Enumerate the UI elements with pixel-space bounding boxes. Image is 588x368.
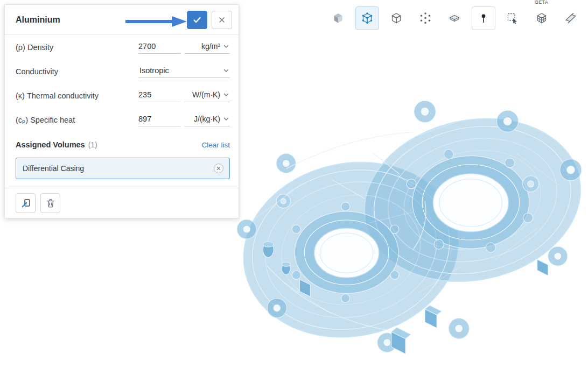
probe-point-icon bbox=[477, 12, 490, 25]
mesh-cube-button[interactable] bbox=[355, 6, 379, 30]
vertices-cube-button[interactable] bbox=[414, 6, 437, 30]
assigned-volumes-label: Assigned Volumes bbox=[16, 140, 85, 149]
chevron-down-icon bbox=[223, 45, 229, 48]
conductivity-select[interactable]: Isotropic bbox=[138, 65, 230, 78]
wireframe-cube-icon bbox=[390, 12, 403, 25]
probe-point-button[interactable] bbox=[472, 6, 495, 30]
specific-heat-unit-value: J/(kg·K) bbox=[194, 115, 220, 123]
assigned-volume-name: Differential Casing bbox=[23, 164, 84, 173]
panel-header: Aluminium bbox=[5, 5, 239, 35]
density-row: (ρ) Density kg/m³ bbox=[5, 35, 239, 59]
assign-selection-button[interactable] bbox=[16, 193, 36, 213]
thermal-conductivity-unit-select[interactable]: W/(m·K) bbox=[185, 89, 230, 102]
assigned-volumes-header: Assigned Volumes (1) Clear list bbox=[5, 132, 239, 152]
section-slice-button[interactable] bbox=[559, 6, 583, 30]
vertices-cube-icon bbox=[419, 12, 432, 25]
thermal-conductivity-unit-value: W/(m·K) bbox=[192, 90, 220, 99]
density-input[interactable] bbox=[138, 41, 180, 54]
conductivity-row: Conductivity Isotropic bbox=[5, 59, 239, 83]
close-icon bbox=[218, 16, 226, 24]
clear-list-link[interactable]: Clear list bbox=[201, 141, 230, 149]
confirm-button[interactable] bbox=[187, 11, 207, 29]
thermal-conductivity-row: (κ) Thermal conductivity W/(m·K) bbox=[5, 83, 239, 108]
section-slice-icon bbox=[564, 12, 577, 25]
specific-heat-unit-select[interactable]: J/(kg·K) bbox=[185, 114, 230, 126]
density-unit-select[interactable]: kg/m³ bbox=[185, 41, 230, 54]
app-window: BETA Aluminium bbox=[0, 0, 588, 368]
assign-volume-icon bbox=[20, 198, 31, 209]
check-icon bbox=[192, 15, 202, 25]
thermal-conductivity-label: (κ) Thermal conductivity bbox=[16, 91, 138, 100]
panel-footer bbox=[5, 188, 239, 218]
view-toolbar: BETA bbox=[326, 6, 583, 30]
delete-button[interactable] bbox=[40, 193, 60, 213]
mesh-grid-beta-button[interactable]: BETA bbox=[530, 6, 554, 30]
flat-cube-button[interactable] bbox=[443, 6, 466, 30]
chevron-down-icon bbox=[223, 93, 229, 96]
differential-casing-model[interactable] bbox=[235, 86, 586, 359]
trash-icon bbox=[45, 198, 56, 209]
specific-heat-row: (cₚ) Specific heat J/(kg·K) bbox=[5, 108, 239, 132]
box-select-button[interactable] bbox=[501, 6, 524, 30]
flat-cube-icon bbox=[448, 12, 461, 25]
specific-heat-label: (cₚ) Specific heat bbox=[16, 116, 138, 124]
material-title: Aluminium bbox=[16, 15, 187, 25]
close-circle-icon bbox=[213, 163, 224, 174]
density-unit-value: kg/m³ bbox=[201, 42, 220, 51]
shaded-cube-button[interactable] bbox=[326, 6, 350, 30]
box-select-icon bbox=[506, 12, 519, 25]
specific-heat-input[interactable] bbox=[138, 114, 180, 126]
chevron-down-icon bbox=[223, 69, 229, 72]
beta-badge: BETA bbox=[535, 0, 548, 5]
assigned-volumes-count: (1) bbox=[88, 140, 97, 149]
mesh-cube-icon bbox=[361, 12, 374, 25]
shaded-cube-icon bbox=[332, 12, 345, 25]
mesh-grid-icon bbox=[535, 12, 548, 25]
cancel-button[interactable] bbox=[212, 11, 232, 29]
wireframe-cube-button[interactable] bbox=[384, 6, 408, 30]
thermal-conductivity-input[interactable] bbox=[138, 89, 180, 102]
conductivity-value: Isotropic bbox=[139, 66, 169, 75]
assigned-volume-chip[interactable]: Differential Casing bbox=[16, 158, 230, 179]
chevron-down-icon bbox=[223, 117, 229, 121]
density-label: (ρ) Density bbox=[16, 43, 138, 52]
conductivity-label: Conductivity bbox=[16, 67, 138, 76]
remove-volume-button[interactable] bbox=[213, 162, 225, 174]
material-panel: Aluminium (ρ) Density kg/m³ bbox=[4, 4, 239, 218]
